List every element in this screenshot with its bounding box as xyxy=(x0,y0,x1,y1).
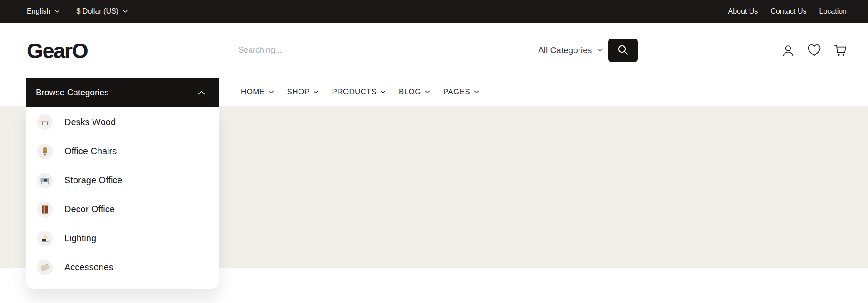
category-label: Decor Office xyxy=(64,204,115,215)
account-icon[interactable] xyxy=(781,43,795,57)
browse-categories-panel: Desks Wood Office Chairs Storage Office … xyxy=(26,107,219,289)
about-us-link[interactable]: About Us xyxy=(728,7,758,15)
search-divider xyxy=(528,39,528,62)
header-action-icons xyxy=(781,23,848,78)
category-item-lighting[interactable]: Lighting xyxy=(26,224,219,253)
chevron-down-icon xyxy=(380,90,386,94)
main-nav: Browse Categories HOME SHOP PRODUCTS BLO… xyxy=(0,78,868,106)
location-link[interactable]: Location xyxy=(819,7,847,15)
storage-cabinet-thumbnail xyxy=(37,173,53,188)
office-chair-thumbnail xyxy=(37,144,53,159)
nav-item-shop[interactable]: SHOP xyxy=(287,88,319,97)
category-label: Lighting xyxy=(64,233,96,244)
nav-item-label: PRODUCTS xyxy=(332,88,377,97)
category-label: Accessories xyxy=(64,262,113,273)
topbar-right: About Us Contact Us Location xyxy=(728,7,847,15)
nav-item-label: PAGES xyxy=(443,88,470,97)
nav-item-products[interactable]: PRODUCTS xyxy=(332,88,386,97)
topbar: English $ Dollar (US) About Us Contact U… xyxy=(0,0,868,23)
search-icon xyxy=(617,44,629,57)
category-label: Office Chairs xyxy=(64,146,117,156)
nav-item-label: SHOP xyxy=(287,88,310,97)
nav-links: HOME SHOP PRODUCTS BLOG PAGES xyxy=(241,78,479,106)
language-label: English xyxy=(27,7,50,15)
search-category-label: All Categories xyxy=(538,45,592,55)
desk-thumbnail xyxy=(37,114,53,130)
chevron-down-icon xyxy=(269,90,274,94)
nav-item-label: HOME xyxy=(241,88,265,97)
search-category-dropdown[interactable]: All Categories xyxy=(538,23,603,78)
category-item-storage-office[interactable]: Storage Office xyxy=(26,166,219,195)
category-label: Storage Office xyxy=(64,175,122,186)
decor-thumbnail xyxy=(37,202,53,217)
category-item-desks-wood[interactable]: Desks Wood xyxy=(26,108,219,137)
cart-icon[interactable] xyxy=(834,43,848,57)
page: English $ Dollar (US) About Us Contact U… xyxy=(0,0,868,303)
search-button[interactable] xyxy=(608,39,638,62)
currency-selector[interactable]: $ Dollar (US) xyxy=(76,7,128,15)
accessory-pad-thumbnail xyxy=(37,260,53,275)
nav-item-blog[interactable]: BLOG xyxy=(399,88,430,97)
header: GearO All Categories xyxy=(0,23,868,78)
site-logo[interactable]: GearO xyxy=(27,38,88,63)
category-item-office-chairs[interactable]: Office Chairs xyxy=(26,137,219,166)
language-selector[interactable]: English xyxy=(27,7,60,15)
chevron-down-icon xyxy=(425,90,430,94)
nav-item-home[interactable]: HOME xyxy=(241,88,274,97)
category-item-accessories[interactable]: Accessories xyxy=(26,253,219,282)
currency-label: $ Dollar (US) xyxy=(76,7,118,15)
category-label: Desks Wood xyxy=(64,117,116,127)
chevron-down-icon xyxy=(313,90,319,94)
lamp-thumbnail xyxy=(37,231,53,246)
chevron-up-icon xyxy=(198,90,205,95)
browse-categories-button[interactable]: Browse Categories xyxy=(26,78,219,107)
chevron-down-icon xyxy=(597,48,603,52)
chevron-down-icon xyxy=(54,10,60,13)
wishlist-heart-icon[interactable] xyxy=(807,43,821,57)
chevron-down-icon xyxy=(123,10,128,13)
browse-categories-label: Browse Categories xyxy=(36,88,109,98)
nav-item-pages[interactable]: PAGES xyxy=(443,88,479,97)
chevron-down-icon xyxy=(474,90,479,94)
nav-item-label: BLOG xyxy=(399,88,421,97)
topbar-left: English $ Dollar (US) xyxy=(27,7,128,15)
category-item-decor-office[interactable]: Decor Office xyxy=(26,195,219,224)
search-input[interactable] xyxy=(238,23,520,78)
contact-us-link[interactable]: Contact Us xyxy=(770,7,806,15)
